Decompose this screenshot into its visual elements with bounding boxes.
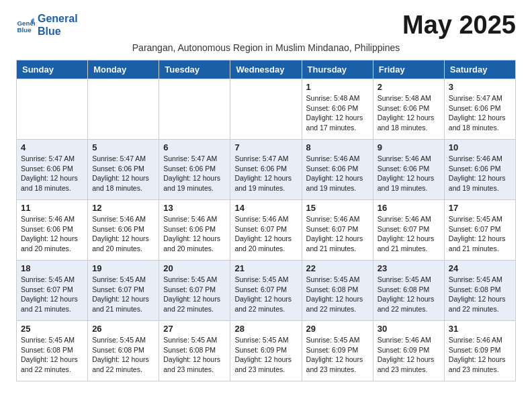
calendar-cell: 3Sunrise: 5:47 AM Sunset: 6:06 PM Daylig…	[444, 79, 515, 140]
day-info: Sunrise: 5:46 AM Sunset: 6:09 PM Dayligh…	[449, 335, 511, 375]
day-number: 20	[163, 263, 226, 273]
month-title: May 2025	[402, 11, 516, 40]
day-info: Sunrise: 5:45 AM Sunset: 6:08 PM Dayligh…	[378, 275, 440, 314]
day-info: Sunrise: 5:45 AM Sunset: 6:09 PM Dayligh…	[234, 335, 297, 375]
logo-icon: General Blue	[16, 16, 35, 35]
calendar-cell: 24Sunrise: 5:45 AM Sunset: 6:08 PM Dayli…	[444, 261, 515, 321]
day-number: 21	[234, 263, 297, 273]
calendar-cell	[17, 79, 88, 140]
day-info: Sunrise: 5:46 AM Sunset: 6:06 PM Dayligh…	[378, 154, 440, 193]
day-info: Sunrise: 5:47 AM Sunset: 6:06 PM Dayligh…	[163, 154, 226, 193]
day-info: Sunrise: 5:47 AM Sunset: 6:06 PM Dayligh…	[234, 154, 297, 193]
day-number: 3	[449, 82, 511, 92]
logo-line1: General	[38, 13, 78, 25]
calendar-cell: 18Sunrise: 5:45 AM Sunset: 6:07 PM Dayli…	[17, 261, 88, 321]
calendar-cell	[159, 79, 230, 140]
calendar-cell: 16Sunrise: 5:46 AM Sunset: 6:07 PM Dayli…	[373, 200, 444, 261]
day-number: 7	[234, 142, 297, 152]
day-info: Sunrise: 5:46 AM Sunset: 6:09 PM Dayligh…	[378, 335, 440, 375]
calendar-cell: 20Sunrise: 5:45 AM Sunset: 6:07 PM Dayli…	[159, 261, 230, 321]
day-info: Sunrise: 5:45 AM Sunset: 6:08 PM Dayligh…	[92, 335, 154, 375]
day-info: Sunrise: 5:48 AM Sunset: 6:06 PM Dayligh…	[378, 93, 440, 133]
day-header-monday: Monday	[88, 60, 159, 79]
day-number: 30	[378, 324, 440, 334]
calendar-cell: 19Sunrise: 5:45 AM Sunset: 6:07 PM Dayli…	[88, 261, 159, 321]
day-number: 14	[234, 203, 297, 213]
calendar-cell: 4Sunrise: 5:47 AM Sunset: 6:06 PM Daylig…	[17, 140, 88, 200]
day-info: Sunrise: 5:45 AM Sunset: 6:08 PM Dayligh…	[306, 275, 369, 314]
calendar-cell: 29Sunrise: 5:45 AM Sunset: 6:09 PM Dayli…	[302, 321, 373, 381]
page-subtitle: Parangan, Autonomous Region in Muslim Mi…	[0, 42, 532, 60]
day-number: 31	[449, 324, 511, 334]
day-info: Sunrise: 5:46 AM Sunset: 6:07 PM Dayligh…	[378, 214, 440, 254]
day-info: Sunrise: 5:45 AM Sunset: 6:09 PM Dayligh…	[306, 335, 369, 375]
calendar-cell: 26Sunrise: 5:45 AM Sunset: 6:08 PM Dayli…	[88, 321, 159, 381]
calendar-cell: 22Sunrise: 5:45 AM Sunset: 6:08 PM Dayli…	[302, 261, 373, 321]
day-info: Sunrise: 5:47 AM Sunset: 6:06 PM Dayligh…	[449, 93, 511, 133]
calendar-cell: 12Sunrise: 5:46 AM Sunset: 6:06 PM Dayli…	[88, 200, 159, 261]
day-number: 15	[306, 203, 369, 213]
day-number: 5	[92, 142, 154, 152]
day-number: 6	[163, 142, 226, 152]
calendar-cell: 17Sunrise: 5:45 AM Sunset: 6:07 PM Dayli…	[444, 200, 515, 261]
week-row-1: 1Sunrise: 5:48 AM Sunset: 6:06 PM Daylig…	[17, 79, 516, 140]
calendar-container: SundayMondayTuesdayWednesdayThursdayFrid…	[0, 60, 532, 390]
calendar-cell: 9Sunrise: 5:46 AM Sunset: 6:06 PM Daylig…	[373, 140, 444, 200]
day-number: 25	[21, 324, 83, 334]
calendar-cell: 23Sunrise: 5:45 AM Sunset: 6:08 PM Dayli…	[373, 261, 444, 321]
day-info: Sunrise: 5:45 AM Sunset: 6:07 PM Dayligh…	[21, 275, 83, 314]
day-info: Sunrise: 5:47 AM Sunset: 6:06 PM Dayligh…	[21, 154, 83, 193]
day-number: 18	[21, 263, 83, 273]
day-info: Sunrise: 5:46 AM Sunset: 6:06 PM Dayligh…	[449, 154, 511, 193]
day-number: 4	[21, 142, 83, 152]
calendar-table: SundayMondayTuesdayWednesdayThursdayFrid…	[16, 60, 516, 381]
days-header-row: SundayMondayTuesdayWednesdayThursdayFrid…	[17, 60, 516, 79]
day-info: Sunrise: 5:45 AM Sunset: 6:07 PM Dayligh…	[92, 275, 154, 314]
day-number: 17	[449, 203, 511, 213]
day-header-friday: Friday	[373, 60, 444, 79]
day-info: Sunrise: 5:45 AM Sunset: 6:07 PM Dayligh…	[449, 214, 511, 254]
svg-text:Blue: Blue	[17, 26, 32, 33]
day-number: 26	[92, 324, 154, 334]
day-info: Sunrise: 5:46 AM Sunset: 6:07 PM Dayligh…	[306, 214, 369, 254]
day-info: Sunrise: 5:47 AM Sunset: 6:06 PM Dayligh…	[92, 154, 154, 193]
day-number: 19	[92, 263, 154, 273]
calendar-cell: 27Sunrise: 5:45 AM Sunset: 6:08 PM Dayli…	[159, 321, 230, 381]
day-number: 12	[92, 203, 154, 213]
calendar-cell: 10Sunrise: 5:46 AM Sunset: 6:06 PM Dayli…	[444, 140, 515, 200]
week-row-5: 25Sunrise: 5:45 AM Sunset: 6:08 PM Dayli…	[17, 321, 516, 381]
day-info: Sunrise: 5:48 AM Sunset: 6:06 PM Dayligh…	[306, 93, 369, 133]
calendar-cell: 11Sunrise: 5:46 AM Sunset: 6:06 PM Dayli…	[17, 200, 88, 261]
calendar-cell: 28Sunrise: 5:45 AM Sunset: 6:09 PM Dayli…	[230, 321, 302, 381]
calendar-cell: 30Sunrise: 5:46 AM Sunset: 6:09 PM Dayli…	[373, 321, 444, 381]
calendar-cell: 8Sunrise: 5:46 AM Sunset: 6:06 PM Daylig…	[302, 140, 373, 200]
week-row-4: 18Sunrise: 5:45 AM Sunset: 6:07 PM Dayli…	[17, 261, 516, 321]
day-number: 9	[378, 142, 440, 152]
day-number: 29	[306, 324, 369, 334]
day-info: Sunrise: 5:46 AM Sunset: 6:06 PM Dayligh…	[163, 214, 226, 254]
day-info: Sunrise: 5:45 AM Sunset: 6:08 PM Dayligh…	[163, 335, 226, 375]
day-info: Sunrise: 5:45 AM Sunset: 6:07 PM Dayligh…	[234, 275, 297, 314]
day-number: 1	[306, 82, 369, 92]
logo: General Blue General Blue	[16, 13, 78, 38]
day-info: Sunrise: 5:46 AM Sunset: 6:06 PM Dayligh…	[92, 214, 154, 254]
day-info: Sunrise: 5:45 AM Sunset: 6:07 PM Dayligh…	[163, 275, 226, 314]
day-number: 24	[449, 263, 511, 273]
day-info: Sunrise: 5:46 AM Sunset: 6:07 PM Dayligh…	[234, 214, 297, 254]
logo-line2: Blue	[38, 26, 78, 38]
day-header-wednesday: Wednesday	[230, 60, 302, 79]
week-row-2: 4Sunrise: 5:47 AM Sunset: 6:06 PM Daylig…	[17, 140, 516, 200]
day-header-saturday: Saturday	[444, 60, 515, 79]
day-number: 11	[21, 203, 83, 213]
day-number: 28	[234, 324, 297, 334]
day-number: 8	[306, 142, 369, 152]
calendar-cell: 13Sunrise: 5:46 AM Sunset: 6:06 PM Dayli…	[159, 200, 230, 261]
calendar-cell	[88, 79, 159, 140]
day-info: Sunrise: 5:46 AM Sunset: 6:06 PM Dayligh…	[306, 154, 369, 193]
day-header-sunday: Sunday	[17, 60, 88, 79]
calendar-cell: 31Sunrise: 5:46 AM Sunset: 6:09 PM Dayli…	[444, 321, 515, 381]
day-info: Sunrise: 5:45 AM Sunset: 6:08 PM Dayligh…	[21, 335, 83, 375]
calendar-cell: 6Sunrise: 5:47 AM Sunset: 6:06 PM Daylig…	[159, 140, 230, 200]
day-header-thursday: Thursday	[302, 60, 373, 79]
calendar-cell: 21Sunrise: 5:45 AM Sunset: 6:07 PM Dayli…	[230, 261, 302, 321]
